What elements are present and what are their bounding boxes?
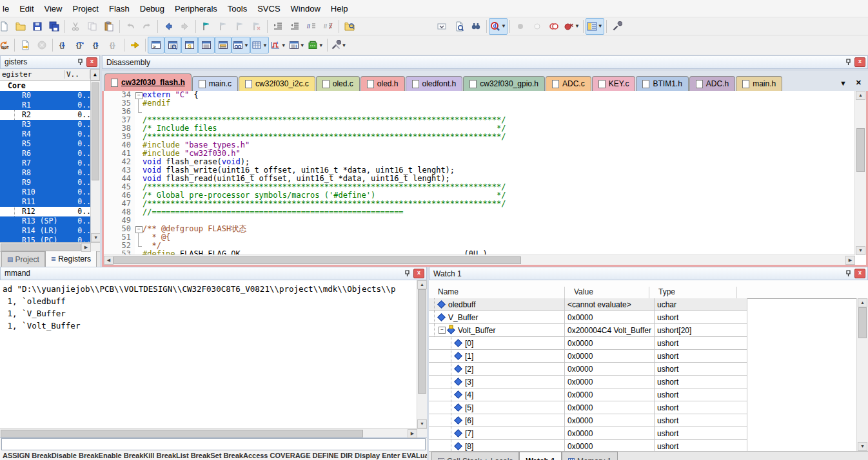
- menu-item-peripherals[interactable]: Peripherals: [170, 1, 222, 16]
- file-tab-ADC.c[interactable]: ADC.c: [546, 76, 591, 91]
- watch-value-cell[interactable]: 0x0000: [565, 311, 655, 324]
- breakpoint-disable-icon[interactable]: [546, 18, 562, 35]
- paste-icon[interactable]: [101, 18, 117, 35]
- bookmark-clear-icon[interactable]: [248, 18, 265, 35]
- step-over-icon[interactable]: {}: [72, 37, 88, 53]
- watch-name-cell[interactable]: [1]: [429, 350, 565, 363]
- file-tab-KEY.c[interactable]: KEY.c: [592, 76, 636, 91]
- open-folder-icon[interactable]: [12, 18, 29, 35]
- tab-project[interactable]: ▤Project: [1, 251, 45, 267]
- watch-value-cell[interactable]: 0x0000: [565, 388, 655, 401]
- file-tab-main.h[interactable]: main.h: [736, 76, 782, 91]
- disassembly-window-icon[interactable]: [164, 37, 181, 53]
- command-hscrollbar[interactable]: ▶: [0, 428, 427, 437]
- bottom-tab-call-stack-locals[interactable]: Call Stack + Locals: [431, 452, 519, 460]
- watch-name-cell[interactable]: [3]: [429, 376, 565, 388]
- close-icon[interactable]: x: [854, 57, 865, 67]
- watch-row-6[interactable]: [6]0x0000ushort: [429, 414, 857, 427]
- comment-icon[interactable]: //: [303, 18, 320, 35]
- file-tab-oled.c[interactable]: oled.c: [316, 76, 360, 91]
- system-viewer-icon[interactable]: ▼: [288, 37, 306, 53]
- register-row-r3[interactable]: R30..: [0, 120, 91, 129]
- close-tab-icon[interactable]: ✕: [856, 79, 862, 87]
- register-column-header[interactable]: egister: [0, 70, 64, 79]
- bookmark-prev-icon[interactable]: [215, 18, 232, 35]
- pin-icon[interactable]: [403, 269, 411, 278]
- configure-wrench-icon[interactable]: [609, 18, 626, 35]
- undo-icon[interactable]: [122, 18, 139, 35]
- show-current-statement-icon[interactable]: [126, 37, 143, 53]
- close-icon[interactable]: x: [86, 57, 97, 67]
- bookmark-icon[interactable]: [198, 18, 215, 35]
- watch-row-Volt_Buffer[interactable]: −Volt_Buffer0x200004C4 Volt_Bufferushort…: [429, 324, 857, 337]
- watch-row-5[interactable]: [5]0x0000ushort: [429, 401, 857, 414]
- watch-value-cell[interactable]: <cannot evaluate>: [565, 298, 655, 311]
- pin-icon[interactable]: [844, 58, 852, 66]
- editor-vscrollbar[interactable]: ▲ ▼: [854, 91, 866, 255]
- scroll-down-icon[interactable]: ▼: [417, 419, 427, 428]
- command-assist-line[interactable]: ASSIGN BreakDisable BreakEnable BreakKil…: [0, 451, 427, 460]
- command-window-icon[interactable]: >_: [148, 37, 164, 53]
- watch-row-3[interactable]: [3]0x0000ushort: [429, 376, 857, 388]
- menu-item-tools[interactable]: Tools: [222, 1, 252, 16]
- pin-icon[interactable]: [844, 269, 852, 278]
- scroll-right-icon[interactable]: ▶: [81, 243, 91, 252]
- redo-icon[interactable]: [139, 18, 155, 35]
- watch-name-cell[interactable]: [4]: [429, 388, 565, 401]
- scroll-down-icon[interactable]: ▼: [91, 233, 100, 242]
- code-area[interactable]: 34−extern "C" {35#endif3637/************…: [104, 91, 855, 255]
- watch-name-cell[interactable]: [7]: [429, 427, 565, 440]
- pin-icon[interactable]: [76, 58, 84, 66]
- file-tab-ADC.h[interactable]: ADC.h: [689, 76, 735, 91]
- scroll-down-icon[interactable]: ▼: [856, 246, 865, 255]
- register-row-r15[interactable]: R15 (PC)0..: [0, 236, 91, 243]
- scroll-up-icon[interactable]: ▲: [858, 298, 867, 307]
- file-tab-cw32f030_gpio.h[interactable]: cw32f030_gpio.h: [463, 76, 545, 91]
- register-row-r13[interactable]: R13 (SP)0..: [0, 216, 91, 226]
- memory-window-icon[interactable]: ▼: [250, 37, 269, 53]
- binoculars-icon[interactable]: [468, 18, 484, 35]
- command-output[interactable]: ad "D:\\yuanjiejob\\PCB\\VOLTDESIGN\\CW3…: [0, 280, 427, 428]
- bottom-tab-watch-1[interactable]: Watch 1: [519, 452, 562, 460]
- cut-icon[interactable]: [67, 18, 84, 35]
- watch-row-oledbuff[interactable]: oledbuff<cannot evaluate>uchar: [429, 298, 857, 311]
- watch-vscrollbar[interactable]: ▲ ▼: [856, 298, 868, 451]
- fold-collapse-icon[interactable]: −: [135, 225, 143, 233]
- symbols-window-icon[interactable]: [198, 37, 215, 53]
- file-tab-cw32f030_i2c.c[interactable]: cw32f030_i2c.c: [239, 76, 315, 91]
- watch-value-cell[interactable]: 0x0000: [565, 337, 655, 350]
- menu-item-flash[interactable]: Flash: [104, 1, 135, 16]
- register-row-r14[interactable]: R14 (LR)0..: [0, 226, 91, 236]
- bookmark-next-icon[interactable]: [232, 18, 248, 35]
- new-file-icon[interactable]: [0, 18, 12, 35]
- nav-forward-icon[interactable]: [177, 18, 193, 35]
- file-tab-oledfont.h[interactable]: oledfont.h: [406, 76, 463, 91]
- close-icon[interactable]: x: [854, 269, 865, 278]
- nav-back-icon[interactable]: [160, 18, 177, 35]
- menu-item-le[interactable]: le: [0, 1, 14, 16]
- scroll-left-icon[interactable]: ◀: [104, 256, 113, 265]
- fold-collapse-icon[interactable]: −: [135, 91, 143, 99]
- collapse-icon[interactable]: −: [439, 327, 446, 334]
- reset-icon[interactable]: RST: [0, 37, 12, 53]
- watch-name-cell[interactable]: [0]: [429, 337, 565, 350]
- stop-icon[interactable]: [34, 37, 50, 53]
- close-icon[interactable]: x: [413, 269, 424, 278]
- watch-name-cell[interactable]: [5]: [429, 401, 565, 414]
- watch-row-8[interactable]: [8]0x0000ushort: [429, 440, 857, 451]
- menu-item-view[interactable]: View: [39, 1, 68, 16]
- watch-value-cell[interactable]: 0x200004C4 Volt_Buffer: [565, 324, 655, 337]
- file-tab-cw32f030_flash.h[interactable]: cw32f030_flash.h: [104, 73, 192, 91]
- watch-column-name[interactable]: Name: [429, 287, 565, 298]
- watch-name-cell[interactable]: −Volt_Buffer: [429, 324, 565, 337]
- watch-column-type[interactable]: Type: [649, 287, 737, 298]
- scroll-up-icon[interactable]: ▲: [856, 91, 865, 100]
- watch-name-cell[interactable]: oledbuff: [429, 298, 565, 311]
- register-group-core[interactable]: Core: [0, 81, 91, 91]
- register-row-r9[interactable]: R90..: [0, 178, 91, 187]
- step-icon[interactable]: {}: [55, 37, 72, 53]
- menu-item-debug[interactable]: Debug: [135, 1, 170, 16]
- watch-name-cell[interactable]: [8]: [429, 440, 565, 451]
- breakpoint-toggle-icon[interactable]: [512, 18, 529, 35]
- watch-name-cell[interactable]: V_Buffer: [429, 311, 565, 324]
